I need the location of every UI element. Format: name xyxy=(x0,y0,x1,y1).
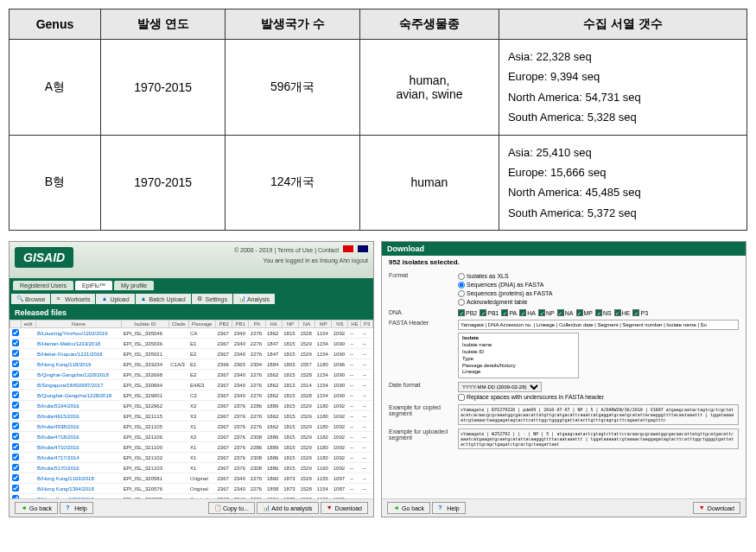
fasta-header-input[interactable] xyxy=(458,320,739,330)
file-header[interactable]: Isolate ID xyxy=(122,320,169,328)
download-button[interactable]: Download xyxy=(321,502,368,514)
file-header[interactable]: P3 xyxy=(361,320,373,328)
file-row[interactable]: B/India/4717/2014EPI_ISL_321102X12367237… xyxy=(10,453,373,463)
file-header[interactable] xyxy=(10,320,22,328)
file-row[interactable]: B/India/4718/2016EPI_ISL_321106X22367237… xyxy=(10,432,373,442)
row-checkbox[interactable] xyxy=(12,381,19,388)
go-back-button[interactable]: Go back xyxy=(15,502,58,514)
format-radio[interactable] xyxy=(458,290,465,297)
toolbar-worksets[interactable]: Worksets xyxy=(51,294,95,304)
toolbar-settings[interactable]: Settings xyxy=(192,294,232,304)
format-option[interactable]: Acknowledgment table xyxy=(458,298,739,307)
toolbar-upload[interactable]: Upload xyxy=(96,294,134,304)
file-row[interactable]: B/Singapore/DMS0987/2017EPI_ISL_330694E4… xyxy=(10,380,373,390)
gisaid-panel: GISAID © 2008 - 2019 | Terms of Use | Co… xyxy=(9,241,374,517)
row-checkbox[interactable] xyxy=(12,329,19,336)
row-checkbox[interactable] xyxy=(12,422,19,429)
toolbar-analysis[interactable]: Analysis xyxy=(233,294,275,304)
add-analysis-button[interactable]: Add to analysis xyxy=(257,502,318,514)
file-header[interactable]: NS xyxy=(332,320,348,328)
row-checkbox[interactable] xyxy=(12,350,19,357)
segment-NS[interactable]: ✓NS xyxy=(595,309,612,316)
go-back-button[interactable]: Go back xyxy=(387,502,430,514)
flag-uk-icon[interactable] xyxy=(358,245,368,252)
segment-MP[interactable]: ✓MP xyxy=(576,309,594,316)
row-checkbox[interactable] xyxy=(12,443,19,450)
segment-PB2[interactable]: ✓PB2 xyxy=(458,309,477,316)
nav-tab[interactable]: My profile xyxy=(114,281,154,290)
row-checkbox[interactable] xyxy=(12,454,19,460)
file-header[interactable]: PA xyxy=(249,320,265,328)
summary-table: Genus발생 연도발생국가 수숙주생물종수집 서열 갯수 A형1970-201… xyxy=(9,9,747,231)
download-button[interactable]: Download xyxy=(693,502,740,514)
toolbar-browse[interactable]: Browse xyxy=(11,294,50,304)
upload-icon xyxy=(101,295,108,302)
file-row[interactable]: B/Liaoning/Yinzhou/1202/2019EPI_ISL_3350… xyxy=(10,328,373,339)
file-row[interactable]: B/India/4710/2016EPI_ISL_321100X12367237… xyxy=(10,442,373,453)
isolate-item[interactable]: Passage details/history xyxy=(462,363,575,370)
file-header[interactable]: Passage xyxy=(188,320,215,328)
nav-tab[interactable]: EpiFlu™ xyxy=(75,281,112,290)
file-row[interactable]: B/India/4538/2016EPI_ISL_321105X12367237… xyxy=(10,422,373,432)
login-status[interactable]: You are logged in as Insung Ahn logout xyxy=(263,257,368,263)
isolate-item[interactable]: Isolate ID xyxy=(462,349,575,356)
file-header[interactable]: PB1 xyxy=(232,320,249,328)
date-format-select[interactable]: YYYY-MM-DD (2009-02-28) xyxy=(458,382,542,392)
list-icon xyxy=(56,295,63,302)
segment-PB1[interactable]: ✓PB1 xyxy=(480,309,499,316)
help-button[interactable]: Help xyxy=(60,502,92,514)
isolate-box[interactable]: Isolate Isolate nameIsolate IDTypePassag… xyxy=(458,333,579,378)
row-checkbox[interactable] xyxy=(12,391,19,398)
isolate-item[interactable]: Type xyxy=(462,356,575,363)
isolate-item[interactable]: Lineage xyxy=(462,369,575,376)
help-button[interactable]: Help xyxy=(432,502,465,514)
format-option[interactable]: Sequences (proteins) as FASTA xyxy=(458,289,739,298)
header-links[interactable]: © 2008 - 2019 | Terms of Use | Contact xyxy=(234,245,368,253)
format-radio[interactable] xyxy=(458,299,465,306)
file-row[interactable]: B/Hong Kong/1163/2018EPI_ISL_320581Origi… xyxy=(10,473,373,484)
segment-NA[interactable]: ✓NA xyxy=(557,309,574,316)
row-checkbox[interactable] xyxy=(12,402,19,409)
file-header[interactable]: HE xyxy=(348,320,361,328)
file-row[interactable]: B/Qionghai-Gangcha/1228/2018EPI_ISL_3290… xyxy=(10,390,373,401)
segment-NP[interactable]: ✓NP xyxy=(538,309,555,316)
file-header[interactable]: HA xyxy=(265,320,282,328)
file-header[interactable]: Name xyxy=(35,320,122,328)
segment-PA[interactable]: ✓PA xyxy=(501,309,517,316)
file-row[interactable]: B/India/5194/2016EPI_ISL_322962X22367237… xyxy=(10,401,373,411)
file-row[interactable]: B/Hong Kong/118/2019EPI_ISL_333234C1A/3E… xyxy=(10,359,373,370)
format-radio[interactable] xyxy=(458,273,465,280)
file-row[interactable]: B/Hebei-Xiuquan/1221/2018EPI_ISL_335021E… xyxy=(10,349,373,359)
row-checkbox[interactable] xyxy=(12,433,19,440)
row-checkbox[interactable] xyxy=(12,485,19,492)
file-header[interactable]: edit xyxy=(22,320,35,328)
segment-HA[interactable]: ✓HA xyxy=(519,309,536,316)
file-row[interactable]: B/Qinghai-Gangcha/1228/2018EPI_ISL_33269… xyxy=(10,370,373,380)
row-checkbox[interactable] xyxy=(12,360,19,367)
file-header[interactable]: PB2 xyxy=(215,320,232,328)
row-checkbox[interactable] xyxy=(12,339,19,346)
segment-HE[interactable]: ✓HE xyxy=(614,309,631,316)
file-row[interactable]: B/India/5170/2016EPI_ISL_321103X12367237… xyxy=(10,463,373,473)
file-header[interactable]: NP xyxy=(282,320,298,328)
toolbar-batch-upload[interactable]: Batch Upload xyxy=(136,294,191,304)
copy-to-button[interactable]: Copy to... xyxy=(208,502,255,514)
segment-P3[interactable]: ✓P3 xyxy=(632,309,648,316)
file-header[interactable]: MP xyxy=(315,320,332,328)
row-checkbox[interactable] xyxy=(12,464,19,471)
isolate-item[interactable]: Isolate name xyxy=(462,342,575,349)
nav-tab[interactable]: Registered Users xyxy=(13,281,73,290)
replace-spaces-checkbox[interactable] xyxy=(458,394,465,401)
file-header[interactable]: NA xyxy=(298,320,314,328)
file-row[interactable]: B/India/4615/2016EPI_ISL_321115X22367237… xyxy=(10,411,373,422)
file-header[interactable]: Clade xyxy=(168,320,188,328)
file-row[interactable]: B/Hong Kong/1394/2018EPI_ISL_320576Origi… xyxy=(10,484,373,494)
flag-cn-icon[interactable] xyxy=(343,245,353,252)
row-checkbox[interactable] xyxy=(12,412,19,419)
format-option[interactable]: Isolates as XLS xyxy=(458,272,739,281)
format-radio[interactable] xyxy=(458,282,465,289)
row-checkbox[interactable] xyxy=(12,474,19,481)
row-checkbox[interactable] xyxy=(12,371,19,378)
file-row[interactable]: B/Hainan-Meibu/1233/2018EPI_ISL_335036E1… xyxy=(10,339,373,349)
format-option[interactable]: Sequences (DNA) as FASTA xyxy=(458,281,739,289)
